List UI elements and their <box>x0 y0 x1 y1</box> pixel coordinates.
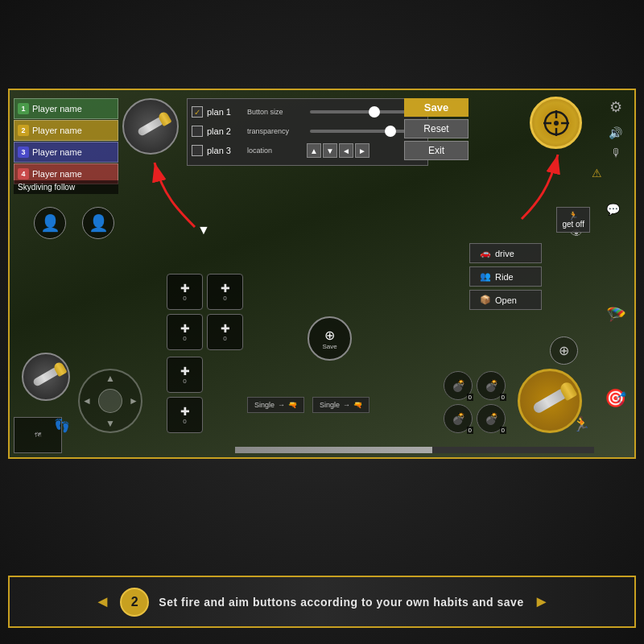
joystick-arrow-up: ▲ <box>105 373 115 384</box>
ride-button[interactable]: 👥 Ride <box>469 266 542 287</box>
gear-icon[interactable]: ⚙ <box>609 98 622 116</box>
player-item-2[interactable]: 2 Player name <box>14 120 118 141</box>
weapon-circle-top[interactable] <box>122 98 179 155</box>
medkit-3[interactable]: ✚0 <box>167 314 203 350</box>
drive-button[interactable]: 🚗 drive <box>469 243 542 263</box>
joystick-arrows: ▲ ▼ ◄ ► <box>80 370 141 431</box>
get-off-label: get off <box>562 220 584 229</box>
medkit-icon-2: ✚ <box>221 282 230 295</box>
grenade-row-1: 💣 0 💣 0 <box>444 371 506 400</box>
fire-arrow-1: → <box>278 401 285 409</box>
save-button[interactable]: Save <box>404 98 469 117</box>
player-list: 1 Player name 2 Player name 3 Player nam… <box>14 98 118 185</box>
fire-buttons: Single → 🔫 Single → 🔫 <box>247 397 369 413</box>
bullet-icon-top <box>136 116 164 137</box>
plan-label-1: plan 1 <box>207 107 247 117</box>
drive-label: drive <box>495 249 514 258</box>
grenade-4[interactable]: 💣 0 <box>477 404 506 433</box>
bullet-icon-large <box>531 387 568 415</box>
get-off-button[interactable]: 🏃 get off <box>556 207 590 233</box>
player-num-4: 4 <box>18 168 29 180</box>
medkit-grid: ✚0 ✚0 ✚0 ✚0 ✚0 ✚0 <box>167 274 243 433</box>
loc-arrow-left[interactable]: ◄ <box>339 143 353 158</box>
player-name-2: Player name <box>32 126 82 135</box>
medkit-icon-3: ✚ <box>180 322 190 335</box>
fire-btn-2[interactable]: Single → 🔫 <box>312 397 369 413</box>
medkit-2[interactable]: ✚0 <box>207 274 243 310</box>
medkit-4[interactable]: ✚0 <box>207 314 243 350</box>
joystick-arrow-right: ► <box>129 395 138 407</box>
grenade-1[interactable]: 💣 0 <box>444 371 473 400</box>
loc-arrow-up[interactable]: ▲ <box>307 143 321 158</box>
fire-label-1: Single <box>254 401 275 409</box>
reset-button[interactable]: Reset <box>404 119 469 138</box>
medkit-6[interactable]: ✚0 <box>167 397 203 433</box>
player-name-3: Player name <box>32 147 82 157</box>
loc-arrow-right[interactable]: ► <box>355 143 369 158</box>
save-center-plus: ⊕ <box>324 328 335 343</box>
weapon-circle-bottom[interactable] <box>22 353 70 401</box>
slider-label-size: Button size <box>247 108 303 116</box>
ride-icon: 👥 <box>480 271 491 282</box>
mic-icon[interactable]: 🎙 <box>611 147 622 159</box>
game-area: 1 Player name 2 Player name 3 Player nam… <box>8 89 636 459</box>
map-person-icon: 👣 <box>54 418 70 433</box>
slider-size[interactable] <box>310 110 417 114</box>
avatar-2[interactable]: 👤 <box>82 207 114 239</box>
player-name-4: Player name <box>32 169 82 179</box>
medkit-icon-5: ✚ <box>180 365 190 378</box>
joystick[interactable]: ▲ ▼ ◄ ► <box>78 369 142 433</box>
grenade-row-2: 💣 0 💣 0 <box>444 404 506 433</box>
loc-arrow-down[interactable]: ▼ <box>323 143 337 158</box>
bottom-banner: ◄ 2 Set fire and aim buttons according t… <box>8 576 636 628</box>
medkit-spacer <box>207 354 243 393</box>
settings-panel: ✓ plan 1 Button size plan 2 transparency… <box>187 98 428 166</box>
slider-label-location: location <box>247 147 303 155</box>
aim-circle[interactable] <box>530 97 582 149</box>
open-button[interactable]: 📦 Open <box>469 290 542 310</box>
slider-transparency[interactable] <box>310 130 417 133</box>
warning-icon: ⚠ <box>592 167 602 180</box>
fire-arrow-2: → <box>343 401 350 409</box>
plan-checkbox-3[interactable] <box>192 145 203 156</box>
save-center-button[interactable]: ⊕ Save <box>308 316 352 361</box>
shooter-silhouette-2: 🏃 <box>572 415 590 433</box>
joystick-outer: ▲ ▼ ◄ ► <box>78 369 142 433</box>
jump-icon[interactable]: 🪂 <box>606 305 626 324</box>
slider-label-transparency: transparency <box>247 127 303 135</box>
progress-fill <box>235 447 432 453</box>
location-arrows: ▲ ▼ ◄ ► <box>307 143 369 158</box>
get-off-icon: 🏃 <box>568 211 578 220</box>
plan-checkbox-1[interactable]: ✓ <box>192 106 203 118</box>
sound-icon[interactable]: 🔊 <box>609 126 622 139</box>
fire-weapon-icon-1: 🔫 <box>288 401 297 409</box>
grenade-3[interactable]: 💣 0 <box>444 404 473 433</box>
banner-chevron-right: ► <box>534 592 550 611</box>
medkit-1[interactable]: ✚0 <box>167 274 203 310</box>
fire-label-2: Single <box>320 401 340 409</box>
shooter-silhouette-1: 🎯 <box>605 388 626 409</box>
plan-label-3: plan 3 <box>207 146 247 155</box>
joystick-arrow-left: ◄ <box>82 395 92 407</box>
medkit-5[interactable]: ✚0 <box>167 357 203 393</box>
medkit-area: ✚0 ✚0 ✚0 ✚0 ✚0 ✚0 <box>167 274 243 433</box>
player-num-3: 3 <box>18 147 29 158</box>
grenade-area: 💣 0 💣 0 💣 0 💣 0 <box>444 371 506 433</box>
chat-icon[interactable]: 💬 <box>606 203 620 216</box>
avatar-1[interactable]: 👤 <box>34 207 66 239</box>
small-crosshair[interactable]: ⊕ <box>550 336 578 365</box>
grenade-icon-4: 💣 <box>485 412 498 425</box>
grenade-count-3: 0 <box>467 427 473 434</box>
exit-button[interactable]: Exit <box>404 141 469 160</box>
grenade-count-1: 0 <box>467 394 473 401</box>
player-item-3[interactable]: 3 Player name <box>14 142 118 163</box>
plan-row-3: plan 3 location ▲ ▼ ◄ ► <box>192 142 423 159</box>
fire-btn-1[interactable]: Single → 🔫 <box>247 397 304 413</box>
grenade-2[interactable]: 💣 0 <box>477 371 506 400</box>
center-arrow-down-icon: ▼ <box>197 223 210 237</box>
plan-checkbox-2[interactable] <box>192 126 203 137</box>
player-item-1[interactable]: 1 Player name <box>14 98 118 119</box>
grenade-count-4: 0 <box>500 427 506 434</box>
banner-chevron-left: ◄ <box>95 592 111 611</box>
grenade-count-2: 0 <box>500 394 506 401</box>
